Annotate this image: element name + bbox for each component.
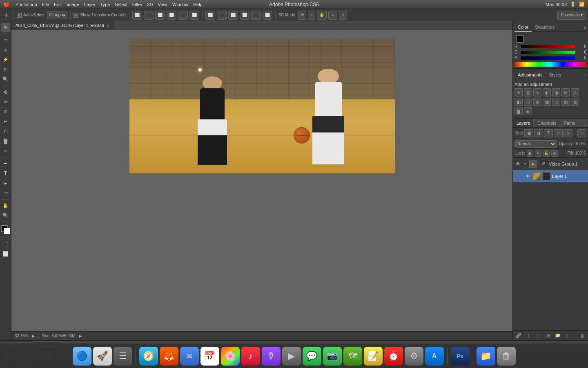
move-tool[interactable]: ✛ <box>1 23 10 32</box>
menu-3d[interactable]: 3D <box>147 2 153 7</box>
channelmix-adj[interactable]: ⊞ <box>533 98 541 106</box>
group-visibility-eye[interactable]: 👁 <box>514 161 521 167</box>
menu-image[interactable]: Image <box>67 2 79 7</box>
lock-pixels-btn[interactable]: ▣ <box>527 150 533 157</box>
distribute-left-btn[interactable]: ⬜ <box>205 11 215 20</box>
add-mask-btn[interactable]: ⬚ <box>534 332 542 339</box>
color-panel-menu[interactable]: ≡ <box>584 25 586 30</box>
dock-maps[interactable]: 🗺 <box>343 347 362 366</box>
dock-reminders[interactable]: ⏰ <box>384 347 403 366</box>
r-slider[interactable] <box>521 45 575 48</box>
menu-help[interactable]: Help <box>193 2 203 7</box>
adj-panel-menu[interactable]: ≡ <box>584 72 586 77</box>
filter-pixel-btn[interactable]: ▣ <box>524 129 533 137</box>
quick-mask-btn[interactable]: ⬚ <box>1 240 10 249</box>
filter-smart-btn[interactable]: ⊙ <box>564 129 572 137</box>
lasso-tool[interactable]: ⌾ <box>1 45 10 54</box>
shape-tool[interactable]: ▭ <box>1 188 10 197</box>
3d-slide-btn[interactable]: ↔ <box>328 11 337 20</box>
dock-facetime[interactable]: 📷 <box>323 347 342 366</box>
dock-video[interactable]: ▶ <box>282 347 301 366</box>
g-slider[interactable] <box>521 51 575 54</box>
blend-mode-select[interactable]: Normal Dissolve Multiply Screen <box>515 140 557 148</box>
status-arrow-icon[interactable]: ▶ <box>79 334 82 338</box>
align-left-btn[interactable]: ⬜ <box>132 11 142 20</box>
canvas-container[interactable] <box>11 30 512 331</box>
dock-safari[interactable]: 🧭 <box>139 347 158 366</box>
align-bottom-btn[interactable]: ⬜ <box>189 11 199 20</box>
layer-group-item[interactable]: 👁 ▼ ▶ 🎬 Video Group 1 <box>513 158 588 170</box>
brightness-adj[interactable]: ☀ <box>514 88 523 96</box>
document-tab[interactable]: A014_C065_1012UV @ 33.3% (Layer 1, RGB/8… <box>11 21 114 30</box>
brush-tool[interactable]: ✏ <box>1 97 10 106</box>
align-middle-btn[interactable]: ⬛ <box>178 11 188 20</box>
dock-music[interactable]: ♪ <box>241 347 260 366</box>
layer-item[interactable]: 👁 Layer 1 <box>513 170 588 182</box>
vibrance-adj[interactable]: ◑ <box>552 88 560 96</box>
pen-tool[interactable]: ✒ <box>1 159 10 168</box>
new-fill-adj-btn[interactable]: ◑ <box>544 332 552 339</box>
background-color[interactable] <box>4 228 10 234</box>
apple-menu[interactable]: 🍎 <box>3 1 10 7</box>
new-layer-btn[interactable]: + <box>564 332 572 339</box>
auto-select-checkbox[interactable]: ✓ <box>17 13 22 18</box>
gradient-tool[interactable]: ▓ <box>1 137 10 146</box>
posterize-adj[interactable]: ▤ <box>561 98 570 106</box>
bw-adj[interactable]: ◧ <box>514 98 523 106</box>
colorlookup-adj[interactable]: ▦ <box>543 98 551 106</box>
eyedropper-tool[interactable]: 🔍 <box>1 75 10 84</box>
color-spectrum[interactable] <box>514 62 586 67</box>
move-tool-icon[interactable]: ✛ <box>2 11 11 20</box>
invert-adj[interactable]: ⊟ <box>552 98 560 106</box>
delete-layer-btn[interactable]: 🗑 <box>578 332 586 339</box>
3d-pan-btn[interactable]: ✋ <box>317 11 327 20</box>
b-slider[interactable] <box>521 56 575 60</box>
dock-messages[interactable]: 💬 <box>303 347 321 366</box>
paths-tab[interactable]: Paths <box>560 119 579 127</box>
fill-value[interactable]: 100% <box>575 151 586 155</box>
new-group-btn[interactable]: 📁 <box>554 332 562 339</box>
menu-window[interactable]: Window <box>172 2 188 7</box>
exposure-adj[interactable]: ◐ <box>543 88 551 96</box>
dock-finder[interactable]: 🔵 <box>73 347 91 366</box>
menu-photoshop[interactable]: Photoshop <box>16 2 37 7</box>
menu-type[interactable]: Type <box>100 2 110 7</box>
menu-select[interactable]: Select <box>115 2 127 7</box>
crop-tool[interactable]: ⊡ <box>1 65 10 74</box>
group-expand-arrow[interactable]: ▼ <box>523 162 528 166</box>
hsl-adj[interactable]: ⊛ <box>561 88 570 96</box>
status-expand-icon[interactable]: ▶ <box>32 334 35 338</box>
zoom-tool[interactable]: 🔍 <box>1 211 10 220</box>
align-center-btn[interactable]: ⬛ <box>144 11 154 20</box>
threshold-adj[interactable]: ▥ <box>571 98 579 106</box>
distribute-center-btn[interactable]: ⬛ <box>217 11 227 20</box>
lock-position-btn[interactable]: ✎ <box>535 150 541 157</box>
heal-tool[interactable]: ⊕ <box>1 88 10 96</box>
3d-scale-btn[interactable]: ⤢ <box>339 11 347 20</box>
distribute-right-btn[interactable]: ⬜ <box>228 11 238 20</box>
menu-filter[interactable]: Filter <box>132 2 142 7</box>
dock-system-prefs[interactable]: ⚙ <box>405 347 423 366</box>
levels-adj[interactable]: ▨ <box>524 88 532 96</box>
marquee-tool[interactable]: ▭ <box>1 36 10 45</box>
styles-tab[interactable]: Styles <box>546 70 565 79</box>
screen-mode-btn[interactable]: ⬜ <box>1 249 10 258</box>
photofilter-adj[interactable]: ⬡ <box>524 98 532 106</box>
align-top-btn[interactable]: ⬜ <box>167 11 176 20</box>
layer-visibility-eye[interactable]: 👁 <box>524 173 531 180</box>
dock-app-store[interactable]: A <box>425 347 444 366</box>
history-brush[interactable]: ↩ <box>1 117 10 126</box>
dock-mission-control[interactable]: ☰ <box>114 347 132 366</box>
dock-files[interactable]: 📁 <box>477 347 495 366</box>
color-fg-swatch[interactable] <box>516 35 523 43</box>
gradient-map-adj[interactable]: ▓ <box>514 107 523 115</box>
3d-roll-btn[interactable]: ○ <box>308 11 315 20</box>
dock-photoshop[interactable]: Ps <box>451 347 470 366</box>
3d-rotate-btn[interactable]: ⟳ <box>298 11 306 20</box>
filter-shape-btn[interactable]: ▭ <box>554 129 563 137</box>
dock-photos[interactable]: 🌸 <box>221 347 240 366</box>
text-tool[interactable]: T <box>1 169 10 178</box>
transform-controls-checkbox[interactable]: ✓ <box>74 13 78 18</box>
dock-firefox[interactable]: 🦊 <box>160 347 178 366</box>
dodge-tool[interactable]: ○ <box>1 146 10 155</box>
